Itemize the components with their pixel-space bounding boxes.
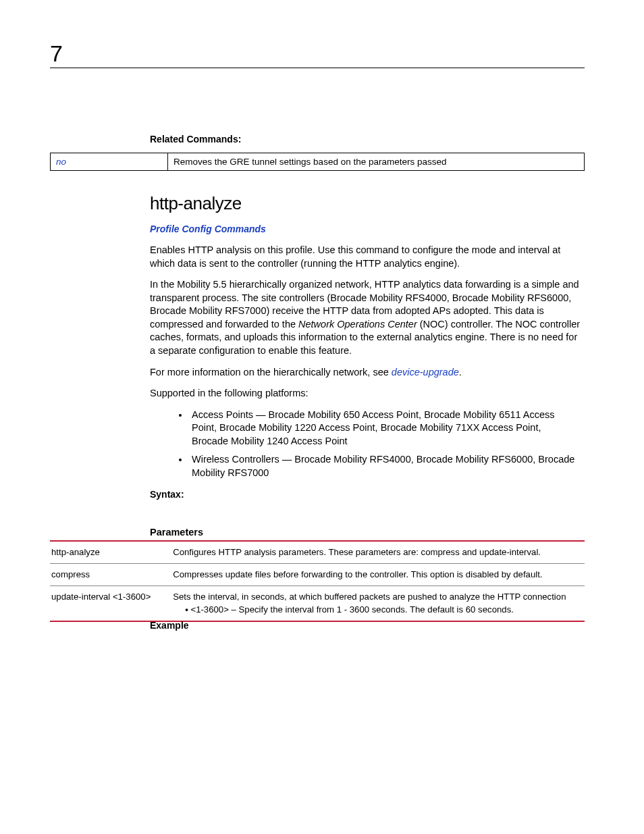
related-commands-heading: Related Commands: [150, 134, 585, 145]
paragraph-2: In the Mobility 5.5 hierarchically organ… [150, 278, 585, 357]
param-name: http-analyze [50, 541, 173, 563]
cmd-name-cell[interactable]: no [51, 153, 168, 171]
page-number: 7 [50, 41, 63, 67]
section-title: http-analyze [150, 193, 585, 214]
param-name: compress [50, 563, 173, 585]
main-content: Related Commands: [150, 134, 585, 151]
table-row: update-interval <1-3600> Sets the interv… [50, 585, 585, 621]
list-item: Access Points — Brocade Mobility 650 Acc… [189, 409, 578, 448]
paragraph-4: Supported in the following platforms: [150, 387, 585, 400]
device-upgrade-link[interactable]: device-upgrade [392, 367, 459, 377]
param-desc: Configures HTTP analysis parameters. The… [173, 541, 585, 563]
paragraph-2-italic: Network Operations Center [298, 319, 417, 330]
section-body: http-analyze Profile Config Commands Ena… [150, 190, 585, 550]
param-name: update-interval <1-3600> [50, 585, 173, 621]
cmd-desc-cell: Removes the GRE tunnel settings based on… [168, 153, 585, 171]
table-row: http-analyze Configures HTTP analysis pa… [50, 541, 585, 563]
paragraph-1: Enables HTTP analysis on this profile. U… [150, 244, 585, 270]
example-heading: Example [150, 620, 585, 631]
profile-config-link[interactable]: Profile Config Commands [150, 224, 585, 234]
parameters-heading: Parameters [150, 527, 585, 538]
table-row: compress Compresses update files before … [50, 563, 585, 585]
paragraph-3a: For more information on the hierarchical… [150, 367, 392, 377]
parameters-table: http-analyze Configures HTTP analysis pa… [50, 540, 585, 622]
page-rule [50, 68, 585, 68]
paragraph-3: For more information on the hierarchical… [150, 366, 585, 380]
param-bullet: <1-3600> – Specify the interval from 1 -… [185, 604, 579, 616]
syntax-heading: Syntax: [150, 489, 585, 500]
example-section: Example [150, 620, 585, 631]
param-desc-text: Sets the interval, in seconds, at which … [173, 592, 566, 602]
platforms-list: Access Points — Brocade Mobility 650 Acc… [189, 409, 578, 480]
table-row: no Removes the GRE tunnel settings based… [51, 153, 585, 171]
paragraph-3b: . [459, 367, 462, 377]
param-desc: Sets the interval, in seconds, at which … [173, 585, 585, 621]
list-item: Wireless Controllers — Brocade Mobility … [189, 453, 578, 479]
param-desc: Compresses update files before forwardin… [173, 563, 585, 585]
related-commands-table: no Removes the GRE tunnel settings based… [50, 153, 585, 171]
related-commands-table-wrap: no Removes the GRE tunnel settings based… [50, 153, 585, 188]
